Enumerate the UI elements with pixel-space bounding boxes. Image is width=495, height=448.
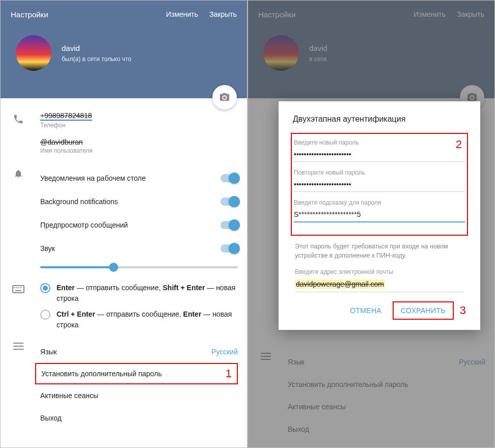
set-password-row[interactable]: Установить дополнительный пароль (41, 370, 162, 378)
close-link[interactable]: Закрыть (209, 10, 237, 18)
svg-rect-10 (261, 356, 271, 357)
modal-description: Этот пароль будет требоваться при входе … (295, 242, 464, 260)
svg-rect-11 (261, 359, 271, 360)
menu-icon (261, 353, 271, 360)
toggle-on-icon (221, 221, 238, 229)
bell-icon (13, 169, 23, 179)
recovery-email-input[interactable]: davidpowerage@gmail.com (295, 277, 464, 292)
logout-row[interactable]: Выход (288, 418, 485, 440)
annotation-box-2: 2 Введите новый пароль •••••••••••••••••… (291, 133, 468, 236)
sound-label: Звук (40, 244, 55, 253)
username-label: Имя пользователя (40, 147, 238, 154)
header: Настройки Изменить Закрыть david был(а) … (1, 1, 247, 98)
language-row[interactable]: Язык Русский (40, 341, 238, 363)
send-ctrl-enter-option[interactable]: Ctrl + Enter — отправить сообщение, Ente… (40, 309, 238, 330)
header: Настройки Изменить Закрыть david в сети (248, 1, 494, 98)
settings-panel-left: Настройки Изменить Закрыть david был(а) … (0, 0, 248, 448)
password-hint-input[interactable]: S*********************5 (294, 208, 465, 222)
language-label: Язык (40, 348, 57, 356)
active-sessions-row[interactable]: Активные сеансы (288, 396, 485, 418)
username-field[interactable]: @davidburan Имя пользователя (40, 138, 238, 154)
annotation-box-1: Установить дополнительный пароль 1 (35, 363, 238, 384)
header-title: Настройки (258, 10, 296, 19)
profile-name: david (62, 44, 131, 52)
svg-rect-7 (13, 346, 23, 347)
keyboard-icon (12, 285, 24, 294)
svg-rect-2 (16, 287, 17, 288)
annotation-marker-3: 3 (460, 304, 466, 317)
radio-selected-icon (40, 283, 50, 293)
avatar[interactable] (16, 35, 51, 71)
header-title: Настройки (11, 10, 48, 19)
language-row[interactable]: Язык Русский (288, 351, 485, 373)
two-step-auth-modal: Двухэтапная аутентификация 2 Введите нов… (279, 101, 480, 330)
repeat-password-input[interactable]: ••••••••••••••••••••••• (294, 178, 465, 192)
active-sessions-row[interactable]: Активные сеансы (40, 384, 238, 407)
new-password-field[interactable]: Введите новый пароль •••••••••••••••••••… (294, 139, 465, 162)
svg-rect-4 (20, 287, 21, 288)
svg-rect-0 (13, 286, 24, 293)
phone-label: Телефон (40, 122, 238, 129)
close-link[interactable]: Закрыть (457, 10, 484, 18)
svg-rect-3 (18, 287, 19, 288)
cancel-button[interactable]: ОТМЕНА (343, 302, 389, 319)
profile-status: в сети (309, 55, 327, 63)
repeat-password-field[interactable]: Повторите новый пароль •••••••••••••••••… (294, 169, 465, 192)
phone-icon (13, 114, 24, 125)
preview-label: Предпросмотр сообщений (40, 221, 128, 229)
svg-rect-8 (13, 349, 23, 350)
username-value: @davidburan (40, 138, 83, 146)
bg-notif-label: Background notifications (40, 198, 118, 206)
logout-row[interactable]: Выход (40, 407, 238, 429)
phone-value: +998987824818 (40, 111, 92, 121)
password-hint-field[interactable]: Введите подсказку для пароля S**********… (294, 199, 465, 222)
menu-icon (13, 343, 23, 350)
modal-title: Двухэтапная аутентификация (293, 115, 466, 124)
sound-toggle[interactable]: Звук (40, 237, 238, 260)
radio-unselected-icon (40, 310, 50, 320)
toggle-on-icon (221, 198, 238, 206)
new-password-input[interactable]: ••••••••••••••••••••••• (294, 148, 465, 162)
avatar[interactable] (263, 35, 299, 71)
phone-field[interactable]: +998987824818 Телефон (40, 111, 238, 129)
set-password-row[interactable]: Установить дополнительный пароль (288, 373, 485, 396)
settings-panel-right: Настройки Изменить Закрыть david в сети (248, 0, 495, 448)
toggle-on-icon (221, 244, 238, 253)
language-value: Русский (211, 348, 238, 356)
edit-link[interactable]: Изменить (166, 10, 198, 18)
edit-link[interactable]: Изменить (414, 10, 446, 18)
svg-rect-6 (13, 343, 23, 344)
svg-rect-5 (15, 290, 21, 291)
camera-icon (219, 92, 230, 103)
bg-notif-toggle[interactable]: Background notifications (40, 190, 238, 213)
desktop-notif-label: Уведомления на рабочем столе (40, 174, 146, 182)
volume-slider[interactable] (40, 266, 238, 268)
annotation-marker-1: 1 (226, 367, 232, 380)
profile-status: был(а) в сети только что (62, 55, 131, 63)
svg-rect-9 (261, 353, 271, 354)
toggle-on-icon (221, 174, 238, 182)
recovery-email-field[interactable]: Введите адрес электронной почты davidpow… (295, 268, 464, 292)
save-button[interactable]: СОХРАНИТЬ (393, 301, 454, 320)
svg-rect-1 (14, 287, 15, 288)
profile-name: david (309, 44, 327, 52)
preview-toggle[interactable]: Предпросмотр сообщений (40, 213, 238, 237)
annotation-marker-2: 2 (456, 138, 462, 151)
send-enter-option[interactable]: Enter — отправить сообщение, Shift + Ent… (40, 283, 238, 304)
change-photo-button[interactable] (212, 85, 237, 109)
desktop-notif-toggle[interactable]: Уведомления на рабочем столе (40, 166, 238, 190)
